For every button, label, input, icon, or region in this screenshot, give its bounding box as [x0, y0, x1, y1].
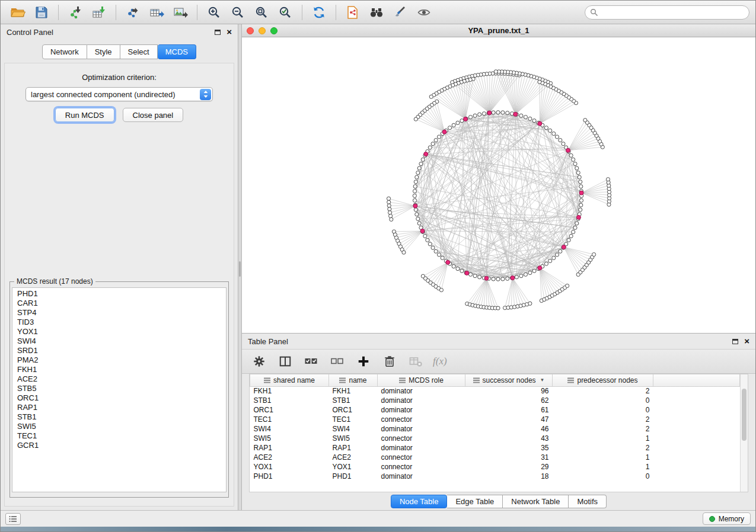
- network-node[interactable]: [552, 256, 556, 259]
- network-node[interactable]: [528, 271, 532, 274]
- table-row[interactable]: FKH1FKH1dominator962: [250, 386, 740, 396]
- search-input[interactable]: [601, 8, 744, 17]
- control-tab-style[interactable]: Style: [87, 44, 120, 59]
- export-table-button[interactable]: [145, 3, 168, 22]
- network-node[interactable]: [552, 132, 556, 135]
- network-node[interactable]: [579, 185, 583, 188]
- control-tab-network[interactable]: Network: [42, 44, 87, 59]
- network-node[interactable]: [575, 166, 579, 170]
- criterion-dropdown[interactable]: largest connected component (undirected): [25, 87, 213, 101]
- network-node[interactable]: [390, 217, 393, 221]
- dominator-node[interactable]: [538, 266, 542, 270]
- column-header-name[interactable]: name: [329, 374, 378, 386]
- network-node[interactable]: [387, 197, 390, 200]
- network-node[interactable]: [575, 222, 579, 225]
- dominator-node[interactable]: [464, 117, 468, 121]
- dominator-node[interactable]: [484, 276, 489, 280]
- network-node[interactable]: [562, 142, 565, 146]
- table-row[interactable]: SWI4SWI4dominator462: [250, 424, 740, 434]
- network-node[interactable]: [606, 178, 610, 181]
- network-node[interactable]: [519, 114, 523, 117]
- control-tab-select[interactable]: Select: [120, 44, 158, 59]
- sort-dropdown-icon[interactable]: ▼: [540, 377, 545, 383]
- network-node[interactable]: [439, 288, 443, 291]
- network-node[interactable]: [528, 117, 532, 120]
- refresh-button[interactable]: [308, 3, 330, 22]
- network-node[interactable]: [573, 226, 577, 229]
- network-node[interactable]: [572, 158, 575, 161]
- network-node[interactable]: [538, 80, 541, 84]
- dominator-node[interactable]: [538, 121, 542, 126]
- table-row[interactable]: TEC1TEC1connector472: [250, 415, 740, 424]
- table-row[interactable]: YOX1YOX1connector291: [250, 462, 740, 472]
- mcds-result-item[interactable]: SRD1: [12, 346, 226, 355]
- network-node[interactable]: [567, 238, 570, 242]
- dominator-node[interactable]: [511, 276, 515, 280]
- search-network-button[interactable]: [365, 3, 388, 22]
- dominator-node[interactable]: [513, 112, 518, 116]
- table-row[interactable]: ORC1ORC1dominator610: [250, 405, 740, 415]
- network-node[interactable]: [579, 198, 583, 202]
- zoom-fit-button[interactable]: [250, 3, 273, 22]
- network-node[interactable]: [434, 139, 438, 142]
- network-node[interactable]: [519, 274, 523, 278]
- network-node[interactable]: [414, 208, 417, 211]
- network-node[interactable]: [548, 259, 552, 262]
- zoom-selected-button[interactable]: [274, 3, 296, 22]
- network-node[interactable]: [555, 135, 559, 139]
- table-row[interactable]: ACE2ACE2connector311: [250, 453, 740, 462]
- network-node[interactable]: [492, 111, 495, 114]
- open-file-button[interactable]: [7, 3, 29, 22]
- network-node[interactable]: [388, 211, 392, 214]
- network-node[interactable]: [413, 198, 416, 202]
- network-node[interactable]: [473, 114, 477, 117]
- network-node[interactable]: [456, 121, 460, 124]
- dominator-node[interactable]: [424, 152, 428, 156]
- column-header-successor-nodes[interactable]: successor nodes▼: [465, 374, 553, 386]
- network-node[interactable]: [423, 234, 427, 238]
- network-node[interactable]: [448, 126, 451, 130]
- network-node[interactable]: [494, 70, 497, 73]
- dominator-node[interactable]: [413, 204, 417, 208]
- mcds-result-item[interactable]: GCR1: [12, 441, 226, 450]
- network-node[interactable]: [426, 238, 429, 242]
- network-node[interactable]: [428, 242, 432, 246]
- float-panel-icon[interactable]: [215, 30, 221, 35]
- table-tab-network-table[interactable]: Network Table: [503, 495, 569, 508]
- network-node[interactable]: [431, 142, 435, 146]
- table-scrollbar[interactable]: [740, 374, 748, 492]
- mcds-result-item[interactable]: SWI5: [12, 422, 226, 431]
- table-row[interactable]: STB1STB1dominator620: [250, 396, 740, 405]
- window-close-button[interactable]: [247, 27, 254, 34]
- column-header-predecessor-nodes[interactable]: predecessor nodes: [553, 374, 653, 386]
- network-node[interactable]: [573, 162, 577, 165]
- network-file-button[interactable]: [342, 3, 364, 22]
- mcds-result-item[interactable]: ORC1: [12, 393, 226, 403]
- dominator-node[interactable]: [566, 148, 570, 152]
- mcds-result-item[interactable]: TEC1: [12, 431, 226, 441]
- network-node[interactable]: [468, 273, 472, 276]
- show-columns-button[interactable]: [276, 352, 294, 370]
- dominator-node[interactable]: [487, 111, 492, 115]
- network-node[interactable]: [532, 269, 536, 273]
- network-node[interactable]: [569, 153, 573, 157]
- network-node[interactable]: [456, 267, 460, 271]
- network-node[interactable]: [421, 158, 425, 161]
- dominator-node[interactable]: [579, 191, 583, 195]
- control-tab-mcds[interactable]: MCDS: [158, 44, 196, 59]
- panel-splitter[interactable]: [238, 24, 242, 510]
- scrollbar-thumb[interactable]: [742, 389, 747, 441]
- network-node[interactable]: [413, 194, 416, 197]
- network-node[interactable]: [501, 277, 505, 281]
- memory-button[interactable]: Memory: [703, 512, 751, 525]
- network-node[interactable]: [452, 123, 455, 127]
- zoom-in-button[interactable]: [203, 3, 225, 22]
- mcds-result-item[interactable]: STP4: [12, 308, 226, 318]
- network-node[interactable]: [415, 175, 419, 179]
- network-node[interactable]: [387, 200, 391, 204]
- save-session-button[interactable]: [30, 3, 53, 22]
- network-node[interactable]: [579, 180, 582, 184]
- mcds-result-item[interactable]: YOX1: [12, 327, 226, 336]
- float-panel-icon[interactable]: [732, 339, 738, 344]
- network-node[interactable]: [402, 251, 406, 254]
